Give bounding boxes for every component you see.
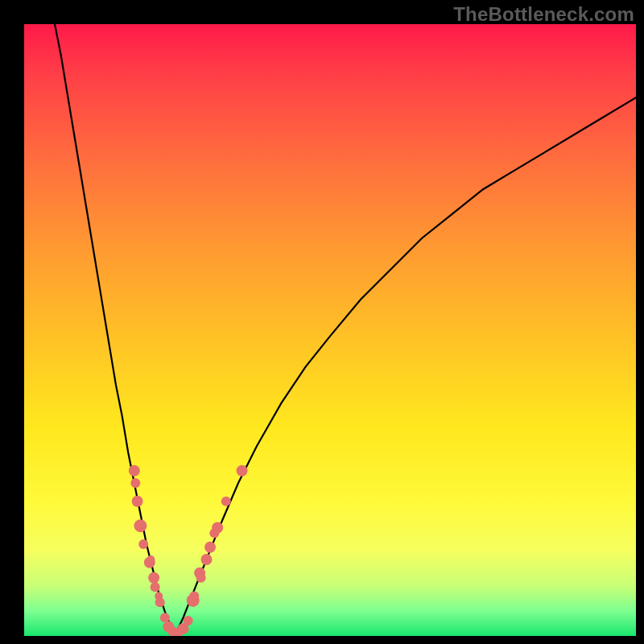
marker-dot (189, 592, 199, 601)
marker-dot (237, 465, 248, 477)
curve-left-branch (55, 24, 175, 636)
marker-dot (194, 568, 205, 579)
marker-dot (129, 465, 140, 477)
curve-right-branch (175, 97, 636, 636)
marker-dot (132, 496, 143, 507)
marker-dot (200, 554, 212, 565)
plot-area (24, 24, 636, 636)
marker-dot (151, 582, 160, 592)
marker-dot (160, 613, 170, 622)
marker-dot (138, 539, 148, 549)
chart-frame: TheBottleneck.com (0, 0, 644, 644)
marker-dot (204, 542, 216, 553)
marker-dot (134, 519, 147, 532)
marker-dot (147, 555, 155, 564)
watermark-text: TheBottleneck.com (453, 3, 634, 26)
marker-dot (148, 572, 159, 584)
chart-svg (24, 24, 636, 636)
marker-dot (130, 478, 140, 488)
marker-dot (212, 522, 223, 533)
marker-dot (184, 616, 193, 625)
marker-dot (155, 592, 163, 601)
scatter-markers (129, 465, 248, 636)
marker-dot (221, 497, 231, 506)
